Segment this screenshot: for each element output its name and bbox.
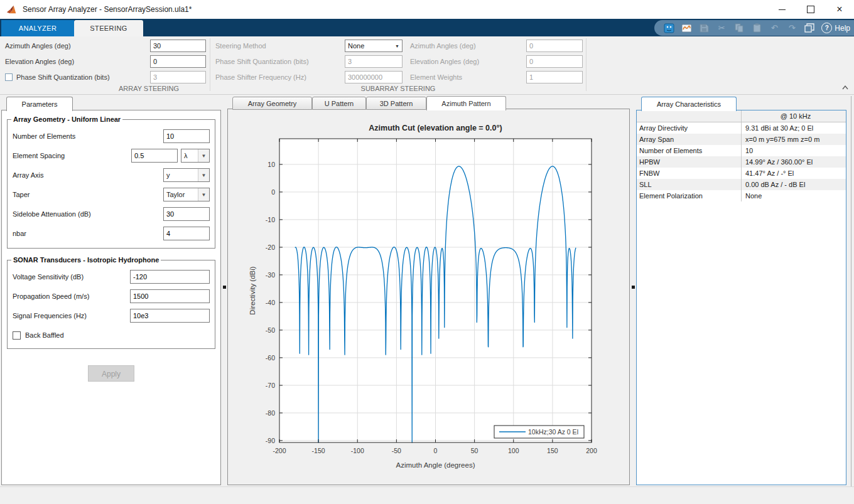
elevation-angles-input[interactable] bbox=[150, 55, 206, 68]
title-bar: Sensor Array Analyzer - SensorArraySessi… bbox=[0, 0, 854, 19]
toolstrip-tab-row: ANALYZER STEERING ✂ ↶ ↷ ? Help bbox=[0, 19, 854, 36]
help-label: Help bbox=[835, 24, 850, 33]
svg-text:-90: -90 bbox=[266, 437, 275, 444]
steering-method-value: None bbox=[348, 42, 364, 50]
maximize-button[interactable] bbox=[796, 0, 825, 19]
propagation-speed-input[interactable] bbox=[130, 289, 210, 303]
sonar-transducers-group: SONAR Transducers - Isotropic Hydrophone… bbox=[7, 256, 215, 349]
tab-steering[interactable]: STEERING bbox=[74, 20, 143, 36]
close-button[interactable]: × bbox=[825, 0, 854, 19]
taper-value: Taylor bbox=[166, 191, 185, 198]
phase-shifter-frequency-label: Phase Shifter Frequency (Hz) bbox=[210, 73, 345, 81]
table-row: Array Spanx=0 m y=675 mm z=0 m bbox=[637, 134, 846, 145]
back-baffled-label: Back Baffled bbox=[25, 331, 64, 339]
svg-text:-150: -150 bbox=[312, 447, 325, 454]
svg-text:150: 150 bbox=[547, 447, 558, 454]
tab-3d-pattern[interactable]: 3D Pattern bbox=[366, 97, 426, 110]
element-spacing-label: Element Spacing bbox=[13, 152, 131, 159]
undo-icon[interactable]: ↶ bbox=[767, 22, 781, 35]
table-row: HPBW14.99° Az / 360.00° El bbox=[637, 156, 846, 168]
steering-method-dropdown[interactable]: None ▼ bbox=[345, 40, 403, 52]
apply-button[interactable]: Apply bbox=[88, 365, 134, 382]
redo-icon[interactable]: ↷ bbox=[785, 22, 799, 35]
tab-parameters[interactable]: Parameters bbox=[6, 97, 73, 111]
phase-shift-quantization-checkbox[interactable] bbox=[5, 73, 13, 81]
nbar-input[interactable] bbox=[163, 227, 210, 240]
sub-azimuth-angles-input[interactable] bbox=[526, 40, 583, 52]
chevron-down-icon: ▼ bbox=[198, 149, 209, 162]
taper-label: Taper bbox=[13, 191, 163, 198]
element-weights-input[interactable] bbox=[526, 71, 583, 83]
phase-shift-quantization-input[interactable] bbox=[150, 71, 206, 83]
cut-icon[interactable]: ✂ bbox=[715, 22, 728, 35]
azimuth-angles-input[interactable] bbox=[150, 40, 206, 52]
svg-text:200: 200 bbox=[586, 447, 597, 454]
left-splitter[interactable] bbox=[221, 96, 227, 486]
sidelobe-attenuation-label: Sidelobe Attenuation (dB) bbox=[13, 210, 163, 218]
array-axis-value: y bbox=[166, 171, 170, 179]
tab-azimuth-pattern[interactable]: Azimuth Pattern bbox=[426, 96, 506, 110]
sub-phase-shift-quantization-label: Phase Shift Quantization (bits) bbox=[210, 58, 345, 65]
open-session-icon[interactable] bbox=[679, 22, 693, 35]
sub-azimuth-angles-label: Azimuth Angles (deg) bbox=[410, 42, 526, 50]
sub-phase-shift-quantization-input[interactable] bbox=[345, 55, 403, 68]
layout-icon[interactable] bbox=[803, 22, 816, 35]
new-session-icon[interactable] bbox=[662, 22, 676, 35]
array-characteristics-panel: @ 10 kHzArray Directivity9.31 dBi at 30 … bbox=[636, 110, 846, 485]
paste-icon[interactable] bbox=[750, 22, 764, 35]
right-splitter[interactable] bbox=[630, 96, 636, 486]
element-spacing-input[interactable] bbox=[131, 149, 178, 163]
back-baffled-checkbox[interactable] bbox=[13, 331, 21, 340]
number-of-elements-label: Number of Elements bbox=[13, 132, 163, 140]
sub-elevation-angles-input[interactable] bbox=[526, 55, 583, 68]
splitter-handle[interactable] bbox=[632, 286, 635, 289]
copy-icon[interactable] bbox=[732, 22, 746, 35]
array-axis-dropdown[interactable]: y ▼ bbox=[163, 168, 210, 182]
array-steering-section: Azimuth Angles (deg) Elevation Angles (d… bbox=[0, 39, 210, 86]
minimize-button[interactable] bbox=[767, 0, 796, 19]
help-button[interactable]: ? Help bbox=[821, 23, 850, 33]
status-bar bbox=[0, 486, 854, 504]
maximize-icon bbox=[807, 6, 814, 13]
azimuth-angles-label: Azimuth Angles (deg) bbox=[5, 42, 150, 50]
collapse-ribbon-icon[interactable] bbox=[841, 84, 849, 90]
phase-shift-quantization-label: Phase Shift Quantization (bits) bbox=[16, 73, 150, 81]
voltage-sensitivity-input[interactable] bbox=[130, 270, 210, 284]
svg-text:0: 0 bbox=[271, 188, 275, 196]
taper-dropdown[interactable]: Taylor ▼ bbox=[163, 188, 210, 201]
phase-shifter-frequency-input[interactable] bbox=[345, 71, 403, 83]
svg-text:-60: -60 bbox=[266, 354, 275, 362]
frequency-column-header: @ 10 kHz bbox=[742, 110, 846, 122]
sonar-transducers-group-title: SONAR Transducers - Isotropic Hydrophone bbox=[11, 256, 161, 264]
tab-array-geometry[interactable]: Array Geometry bbox=[232, 97, 312, 110]
save-session-icon[interactable] bbox=[697, 22, 711, 35]
characteristics-table: @ 10 kHzArray Directivity9.31 dBi at 30 … bbox=[637, 110, 846, 201]
svg-text:-80: -80 bbox=[266, 409, 275, 417]
svg-text:Azimuth Angle (degrees): Azimuth Angle (degrees) bbox=[396, 461, 475, 469]
matlab-logo-icon bbox=[6, 4, 18, 14]
svg-text:100: 100 bbox=[508, 447, 519, 454]
array-steering-caption: ARRAY STEERING bbox=[88, 85, 210, 92]
svg-text:-200: -200 bbox=[273, 447, 286, 454]
number-of-elements-input[interactable] bbox=[163, 129, 210, 143]
tab-array-characteristics[interactable]: Array Characteristics bbox=[641, 97, 737, 111]
tab-analyzer[interactable]: ANALYZER bbox=[1, 20, 74, 36]
dock-edge-divider bbox=[851, 96, 851, 486]
element-spacing-unit-dropdown[interactable]: λ ▼ bbox=[181, 149, 210, 163]
tab-u-pattern[interactable]: U Pattern bbox=[312, 97, 366, 110]
svg-text:Azimuth Cut (elevation angle =: Azimuth Cut (elevation angle = 0.0°) bbox=[369, 124, 502, 132]
array-geometry-group: Array Geometry - Uniform Linear Number o… bbox=[7, 115, 215, 249]
table-header-row: @ 10 kHz bbox=[637, 110, 846, 122]
window-title: Sensor Array Analyzer - SensorArraySessi… bbox=[23, 5, 192, 14]
chevron-down-icon: ▼ bbox=[198, 169, 209, 181]
svg-text:-100: -100 bbox=[351, 447, 364, 454]
subarray-steering-caption: SUBARRAY STEERING bbox=[210, 85, 586, 92]
svg-text:-50: -50 bbox=[392, 447, 401, 454]
sidelobe-attenuation-input[interactable] bbox=[163, 207, 210, 221]
table-row: Number of Elements10 bbox=[637, 145, 846, 156]
svg-text:10: 10 bbox=[268, 161, 275, 168]
splitter-handle[interactable] bbox=[223, 286, 226, 289]
svg-text:-40: -40 bbox=[266, 299, 275, 306]
signal-frequencies-input[interactable] bbox=[130, 309, 210, 323]
signal-frequencies-label: Signal Frequencies (Hz) bbox=[13, 312, 130, 319]
